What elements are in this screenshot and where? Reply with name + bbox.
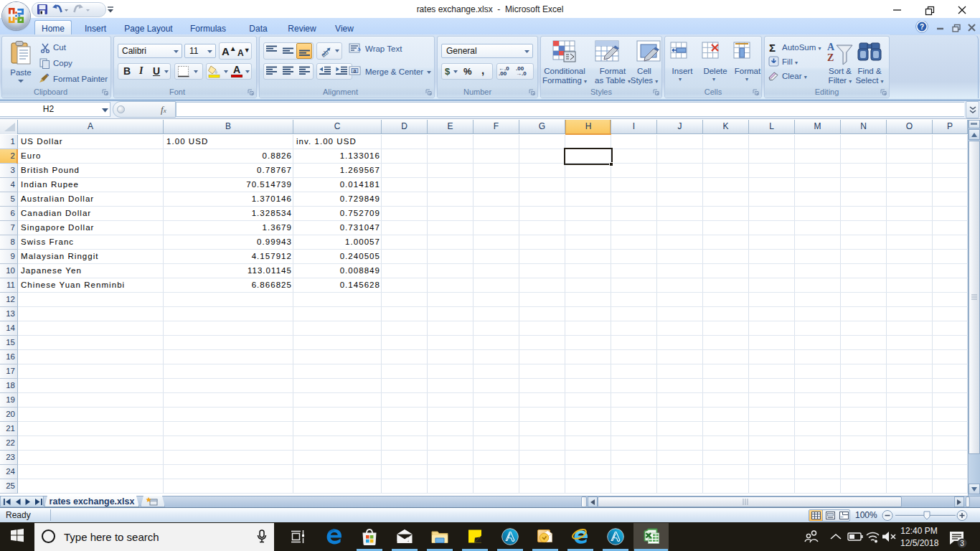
svg-text:a: a [354,68,357,73]
svg-text:A: A [827,42,835,52]
svg-text:?: ? [920,23,924,31]
svg-text:Z: Z [827,52,834,63]
svg-text:3: 3 [960,540,964,547]
